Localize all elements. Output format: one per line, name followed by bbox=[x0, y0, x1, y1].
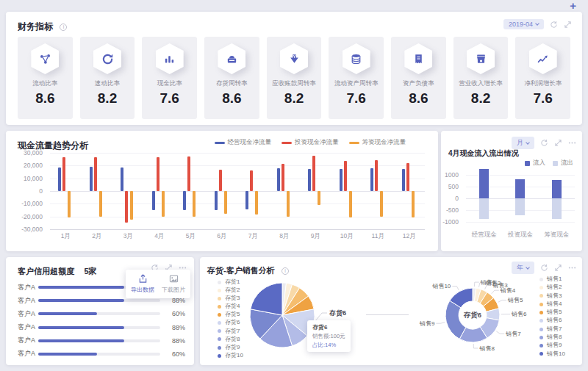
trend-bar[interactable] bbox=[224, 191, 227, 214]
trend-bar[interactable] bbox=[340, 169, 343, 191]
credit-bar-fill[interactable] bbox=[38, 312, 97, 315]
tooltip-percent: 占比:14% bbox=[312, 342, 345, 349]
credit-percent: 60% bbox=[166, 350, 185, 358]
refresh-icon[interactable] bbox=[550, 21, 558, 29]
trend-bar[interactable] bbox=[402, 169, 405, 191]
legend-item[interactable]: 经营现金净流量 bbox=[215, 138, 272, 147]
expand-icon[interactable] bbox=[554, 139, 562, 147]
expand-icon[interactable] bbox=[564, 21, 572, 29]
trend-bar[interactable] bbox=[90, 167, 93, 191]
kpi-label: 资产负债率 bbox=[403, 79, 434, 88]
trend-bar[interactable] bbox=[349, 191, 352, 217]
trend-bar[interactable] bbox=[162, 191, 165, 217]
legend-item[interactable]: 流出 bbox=[553, 159, 573, 168]
sales-donut-slice[interactable] bbox=[445, 300, 466, 339]
customer-label: 客户A bbox=[18, 283, 38, 292]
trend-bar[interactable] bbox=[68, 191, 71, 217]
kpi-card[interactable]: 营业收入增长率8.2 bbox=[453, 37, 509, 119]
trend-bar[interactable] bbox=[193, 191, 196, 217]
kpi-value: 8.2 bbox=[284, 90, 304, 107]
kpi-card[interactable]: 流动比率8.6 bbox=[18, 37, 73, 119]
label-leader-line bbox=[473, 344, 478, 348]
export-icon bbox=[138, 274, 148, 284]
pie-donut-canvas: 销售1销售2销售3销售4销售5销售6销售7销售8销售9销售10存货6存货6 bbox=[200, 257, 582, 365]
y-tick-label: -1000 bbox=[442, 218, 459, 226]
trend-bar[interactable] bbox=[282, 164, 284, 191]
trend-bar[interactable] bbox=[94, 157, 97, 192]
trend-bar[interactable] bbox=[344, 161, 347, 191]
legend-item[interactable]: 投资现金净流量 bbox=[282, 138, 339, 147]
refresh-icon[interactable] bbox=[540, 139, 548, 147]
trend-bar[interactable] bbox=[58, 168, 61, 191]
label-leader-line bbox=[498, 300, 506, 303]
download-image-menu-item[interactable]: 下载图片 bbox=[161, 274, 186, 294]
legend-item[interactable]: 筹资现金净流量 bbox=[349, 138, 406, 147]
trend-bar[interactable] bbox=[318, 191, 320, 205]
legend-swatch bbox=[525, 161, 530, 166]
trend-bar[interactable] bbox=[183, 191, 186, 210]
kpi-card[interactable]: 净利润增长率7.6 bbox=[515, 37, 570, 119]
credit-bar-fill[interactable] bbox=[38, 326, 124, 329]
trend-bar[interactable] bbox=[245, 191, 248, 209]
trend-bar[interactable] bbox=[121, 168, 123, 191]
trend-bar[interactable] bbox=[380, 191, 383, 217]
inventory-pie-slice[interactable] bbox=[251, 283, 282, 315]
kpi-card[interactable]: Y应收账款周转率8.2 bbox=[267, 37, 322, 119]
export-data-menu-item[interactable]: 导出数据 bbox=[130, 274, 155, 294]
kpi-value: 7.6 bbox=[346, 90, 365, 107]
trend-bar[interactable] bbox=[187, 156, 190, 191]
y-tick-label: -500 bbox=[446, 206, 459, 214]
y-tick-label: 10,000 bbox=[24, 175, 43, 182]
legend-label: 流入 bbox=[533, 159, 545, 168]
kpi-period-dropdown[interactable]: 2019-04 bbox=[503, 19, 544, 29]
kpi-card[interactable]: 流动资产周转率7.6 bbox=[329, 37, 384, 119]
outflow-segment bbox=[479, 198, 489, 219]
trend-bar[interactable] bbox=[255, 191, 258, 215]
more-icon[interactable] bbox=[568, 139, 576, 147]
trend-bar[interactable] bbox=[277, 168, 280, 191]
trend-bar[interactable] bbox=[250, 170, 253, 191]
trend-bar[interactable] bbox=[287, 191, 290, 217]
x-tick-label: 12月 bbox=[394, 232, 426, 241]
stacked-bar[interactable] bbox=[515, 169, 525, 228]
trend-bar[interactable] bbox=[125, 191, 128, 223]
credit-bar-fill[interactable] bbox=[38, 339, 124, 342]
hexagon-badge bbox=[467, 43, 495, 74]
legend-item[interactable]: 流入 bbox=[525, 159, 545, 168]
rotate-icon bbox=[101, 53, 114, 65]
x-tick-label: 经营现金 bbox=[472, 231, 497, 239]
trend-bar[interactable] bbox=[375, 160, 378, 191]
store-icon bbox=[475, 53, 487, 65]
month-group bbox=[237, 153, 269, 229]
export-data-label: 导出数据 bbox=[131, 286, 154, 294]
customer-label: 客户A bbox=[18, 323, 38, 332]
credit-bar-fill[interactable] bbox=[38, 286, 124, 289]
trend-bar[interactable] bbox=[219, 170, 222, 191]
trend-bar[interactable] bbox=[412, 191, 415, 217]
trend-bar[interactable] bbox=[152, 191, 155, 210]
kpi-card[interactable]: 资产负债率8.6 bbox=[391, 37, 446, 119]
trend-bar[interactable] bbox=[157, 157, 159, 191]
month-group bbox=[331, 153, 363, 229]
customer-label: 客户A bbox=[18, 309, 38, 319]
trend-bar[interactable] bbox=[406, 163, 409, 191]
credit-bar-fill[interactable] bbox=[38, 299, 124, 302]
trend-bar[interactable] bbox=[130, 191, 133, 220]
credit-bar-fill[interactable] bbox=[38, 353, 97, 356]
add-widget-button[interactable]: + bbox=[570, 0, 576, 12]
kpi-card[interactable]: 现金比率7.6 bbox=[142, 37, 197, 119]
stacked-bar[interactable] bbox=[552, 169, 562, 228]
trend-bar[interactable] bbox=[312, 156, 315, 191]
inout-period-value: 月 bbox=[517, 138, 523, 148]
credit-percent: 60% bbox=[166, 310, 185, 317]
trend-bar[interactable] bbox=[62, 157, 65, 191]
kpi-label: 营业收入增长率 bbox=[459, 79, 503, 88]
inout-period-dropdown[interactable]: 月 bbox=[512, 137, 534, 149]
trend-bar[interactable] bbox=[99, 191, 102, 217]
kpi-card[interactable]: 存货周转率8.6 bbox=[204, 37, 259, 119]
kpi-card[interactable]: 速动比率8.2 bbox=[80, 37, 135, 119]
trend-bar[interactable] bbox=[370, 168, 373, 191]
trend-bar[interactable] bbox=[215, 191, 218, 210]
trend-bar[interactable] bbox=[308, 169, 311, 191]
stacked-bar[interactable] bbox=[479, 169, 489, 228]
